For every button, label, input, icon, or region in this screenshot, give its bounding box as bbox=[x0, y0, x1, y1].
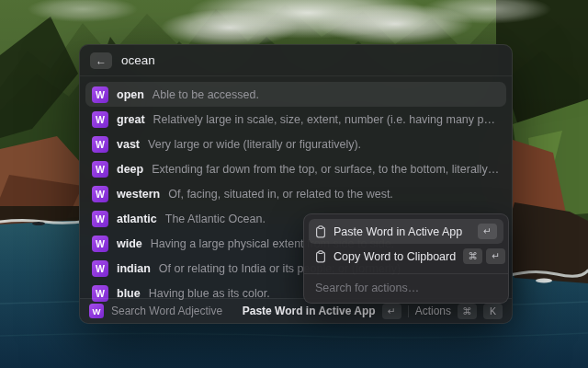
result-row[interactable]: WvastVery large or wide (literally or fi… bbox=[85, 132, 506, 156]
result-word: indian bbox=[117, 262, 151, 275]
action-menu-item[interactable]: Paste Word in Active App↵ bbox=[309, 219, 503, 244]
action-menu-item[interactable]: Copy Word to Clipboard⌘↵ bbox=[309, 244, 503, 269]
result-word: great bbox=[117, 113, 145, 126]
actions-button[interactable]: Actions bbox=[415, 305, 451, 317]
action-menu-item-label: Copy Word to Clipboard bbox=[334, 250, 456, 263]
status-bar-divider bbox=[408, 305, 409, 317]
result-word: western bbox=[117, 188, 160, 201]
actions-label: Actions bbox=[415, 305, 451, 317]
result-description: Of, facing, situated in, or related to t… bbox=[168, 188, 500, 201]
key-badge: ↵ bbox=[486, 248, 505, 264]
result-description: Extending far down from the top, or surf… bbox=[152, 163, 500, 176]
app-label: Search Word Adjective bbox=[111, 305, 222, 317]
result-row[interactable]: WopenAble to be accessed. bbox=[85, 82, 506, 107]
result-description: Relatively large in scale, size, extent,… bbox=[153, 113, 500, 126]
result-word: atlantic bbox=[117, 213, 157, 225]
command-key-badge: ⌘ bbox=[458, 304, 477, 319]
action-menu-item-label: Paste Word in Active App bbox=[334, 225, 470, 238]
result-row[interactable]: WgreatRelatively large in scale, size, e… bbox=[85, 107, 506, 132]
primary-action-label[interactable]: Paste Word in Active App bbox=[243, 305, 376, 317]
word-extension-icon: W bbox=[92, 236, 108, 252]
actions-panel: Paste Word in Active App↵Copy Word to Cl… bbox=[303, 213, 509, 304]
action-menu-item-keys: ⌘↵ bbox=[463, 248, 505, 264]
result-word: deep bbox=[117, 163, 143, 176]
search-header: ← ocean bbox=[80, 45, 512, 76]
result-word: open bbox=[117, 88, 144, 101]
word-extension-icon: W bbox=[92, 86, 108, 103]
actions-panel-items: Paste Word in Active App↵Copy Word to Cl… bbox=[304, 214, 508, 273]
clipboard-icon bbox=[315, 225, 326, 238]
word-extension-icon: W bbox=[92, 111, 108, 128]
app-icon: W bbox=[89, 304, 104, 318]
action-menu-item-keys: ↵ bbox=[478, 224, 497, 239]
k-key-badge: K bbox=[483, 304, 503, 319]
result-description: Able to be accessed. bbox=[153, 88, 500, 101]
key-badge: ⌘ bbox=[463, 248, 482, 264]
result-description: Very large or wide (literally or figurat… bbox=[148, 138, 500, 151]
result-row[interactable]: WdeepExtending far down from the top, or… bbox=[85, 156, 506, 181]
actions-search-input[interactable]: Search for actions… bbox=[304, 274, 508, 303]
raycast-window: ← ocean WopenAble to be accessed.WgreatR… bbox=[79, 44, 513, 324]
search-input[interactable]: ocean bbox=[121, 53, 155, 67]
word-extension-icon: W bbox=[92, 260, 108, 277]
result-word: wide bbox=[117, 237, 142, 250]
word-extension-icon: W bbox=[92, 161, 108, 178]
key-badge: ↵ bbox=[478, 224, 497, 239]
result-word: vast bbox=[117, 138, 140, 151]
word-extension-icon: W bbox=[92, 211, 108, 227]
status-bar-right: Paste Word in Active App ↵ Actions ⌘ K bbox=[243, 304, 503, 319]
clipboard-icon bbox=[315, 250, 326, 263]
result-row[interactable]: WwesternOf, facing, situated in, or rela… bbox=[85, 181, 506, 206]
return-key-badge: ↵ bbox=[382, 304, 401, 319]
word-extension-icon: W bbox=[92, 136, 108, 153]
back-button[interactable]: ← bbox=[90, 52, 112, 69]
word-extension-icon: W bbox=[92, 186, 108, 202]
